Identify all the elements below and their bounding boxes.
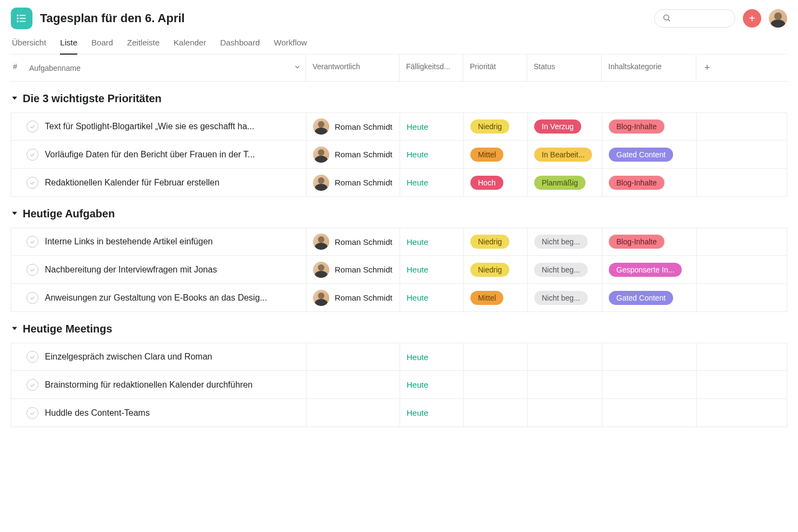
table-row[interactable]: Vorläufige Daten für den Bericht über Fr… [11, 141, 787, 169]
status-cell[interactable] [528, 343, 602, 370]
due-cell[interactable]: Heute [400, 256, 464, 283]
complete-check-icon[interactable] [26, 351, 38, 363]
task-name[interactable]: Vorläufige Daten für den Bericht über Fr… [45, 150, 255, 159]
section-toggle[interactable] [11, 209, 18, 218]
task-name[interactable]: Text für Spotlight-Blogartikel „Wie sie … [45, 122, 254, 131]
task-name[interactable]: Interne Links in bestehende Artikel einf… [45, 237, 212, 247]
task-name[interactable]: Brainstorming für redaktionellen Kalende… [45, 380, 252, 390]
due-cell[interactable]: Heute [400, 228, 464, 255]
table-row[interactable]: Anweisungen zur Gestaltung von E-Books a… [11, 284, 787, 312]
section-toggle[interactable] [11, 324, 18, 334]
complete-check-icon[interactable] [26, 264, 38, 276]
assignee-cell[interactable] [307, 343, 400, 370]
section-title[interactable]: Die 3 wichtigste Prioritäten [23, 92, 162, 105]
status-cell[interactable]: In Verzug [528, 113, 602, 140]
section-title[interactable]: Heutige Meetings [23, 323, 112, 335]
category-cell[interactable] [602, 343, 697, 370]
due-cell[interactable]: Heute [400, 169, 464, 196]
priority-cell[interactable]: Niedrig [464, 228, 528, 255]
complete-check-icon[interactable] [26, 236, 38, 248]
assignee-cell[interactable]: Roman Schmidt [307, 256, 400, 283]
category-cell[interactable]: Gated Content [602, 141, 697, 168]
task-name[interactable]: Redaktionellen Kalender für Februar erst… [45, 178, 220, 188]
category-cell[interactable]: Blog-Inhalte [602, 113, 697, 140]
priority-cell[interactable] [464, 399, 528, 427]
category-cell[interactable]: Blog-Inhalte [602, 228, 697, 255]
add-column-button[interactable]: + [696, 55, 718, 81]
assignee-cell[interactable]: Roman Schmidt [307, 284, 400, 311]
section-title[interactable]: Heutige Aufgaben [23, 208, 115, 220]
add-button[interactable]: + [743, 9, 761, 28]
priority-cell[interactable] [464, 371, 528, 398]
due-cell[interactable]: Heute [400, 343, 464, 370]
task-name[interactable]: Einzelgespräch zwischen Clara und Roman [45, 352, 212, 362]
due-cell[interactable]: Heute [400, 399, 464, 427]
table-row[interactable]: Brainstorming für redaktionellen Kalende… [11, 371, 787, 399]
table-row[interactable]: Einzelgespräch zwischen Clara und RomanH… [11, 343, 787, 371]
column-assignee[interactable]: Verantwortlich [306, 55, 400, 81]
priority-pill: Mittel [470, 148, 503, 162]
assignee-cell[interactable] [307, 399, 400, 427]
chevron-down-icon[interactable] [294, 63, 301, 72]
status-cell[interactable] [528, 399, 602, 427]
tab-board[interactable]: Board [91, 38, 113, 55]
user-avatar[interactable] [769, 9, 787, 28]
assignee-cell[interactable]: Roman Schmidt [307, 228, 400, 255]
column-priority[interactable]: Priorität [463, 55, 527, 81]
status-cell[interactable]: In Bearbeit... [528, 141, 602, 168]
complete-check-icon[interactable] [26, 379, 38, 391]
project-list-icon [11, 8, 32, 29]
tab-overview[interactable]: Übersicht [12, 38, 46, 55]
status-cell[interactable] [528, 371, 602, 398]
tab-workflow[interactable]: Workflow [274, 38, 307, 55]
tab-timeline[interactable]: Zeitleiste [127, 38, 159, 55]
priority-cell[interactable]: Hoch [464, 169, 528, 196]
priority-cell[interactable] [464, 343, 528, 370]
assignee-cell[interactable] [307, 371, 400, 398]
category-cell[interactable] [602, 371, 697, 398]
due-cell[interactable]: Heute [400, 141, 464, 168]
tab-dashboard[interactable]: Dashboard [220, 38, 260, 55]
complete-check-icon[interactable] [26, 121, 38, 132]
table-row[interactable]: Interne Links in bestehende Artikel einf… [11, 228, 787, 256]
assignee-cell[interactable]: Roman Schmidt [307, 113, 400, 140]
task-name[interactable]: Anweisungen zur Gestaltung von E-Books a… [45, 293, 267, 303]
due-cell[interactable]: Heute [400, 113, 464, 140]
complete-check-icon[interactable] [26, 177, 38, 189]
table-row[interactable]: Huddle des Content-TeamsHeute [11, 399, 787, 427]
category-cell[interactable]: Blog-Inhalte [602, 169, 697, 196]
search-box[interactable] [654, 9, 735, 28]
tab-list[interactable]: Liste [60, 38, 77, 55]
priority-cell[interactable]: Niedrig [464, 113, 528, 140]
column-status[interactable]: Status [527, 55, 602, 81]
table-row[interactable]: Nachbereitung der Interviewfragen mit Jo… [11, 256, 787, 284]
search-input[interactable] [674, 15, 727, 23]
category-cell[interactable]: Gesponserte In... [602, 256, 697, 283]
priority-cell[interactable]: Mittel [464, 284, 528, 311]
tab-calendar[interactable]: Kalender [174, 38, 206, 55]
priority-cell[interactable]: Niedrig [464, 256, 528, 283]
column-category[interactable]: Inhaltskategorie [602, 55, 696, 81]
section-toggle[interactable] [11, 94, 18, 103]
svg-point-4 [17, 18, 18, 19]
due-cell[interactable]: Heute [400, 284, 464, 311]
task-name[interactable]: Huddle des Content-Teams [45, 408, 150, 418]
assignee-cell[interactable]: Roman Schmidt [307, 141, 400, 168]
status-cell[interactable]: Nicht beg... [528, 256, 602, 283]
column-due[interactable]: Fälligkeitsd... [400, 55, 463, 81]
due-cell[interactable]: Heute [400, 371, 464, 398]
column-task-name[interactable]: Aufgabenname [25, 55, 306, 81]
priority-cell[interactable]: Mittel [464, 141, 528, 168]
complete-check-icon[interactable] [26, 292, 38, 304]
category-cell[interactable]: Gated Content [602, 284, 697, 311]
status-cell[interactable]: Planmäßig [528, 169, 602, 196]
complete-check-icon[interactable] [26, 149, 38, 161]
complete-check-icon[interactable] [26, 407, 38, 419]
status-cell[interactable]: Nicht beg... [528, 284, 602, 311]
assignee-cell[interactable]: Roman Schmidt [307, 169, 400, 196]
table-row[interactable]: Redaktionellen Kalender für Februar erst… [11, 169, 787, 197]
task-name[interactable]: Nachbereitung der Interviewfragen mit Jo… [45, 265, 217, 275]
table-row[interactable]: Text für Spotlight-Blogartikel „Wie sie … [11, 112, 787, 141]
category-cell[interactable] [602, 399, 697, 427]
status-cell[interactable]: Nicht beg... [528, 228, 602, 255]
